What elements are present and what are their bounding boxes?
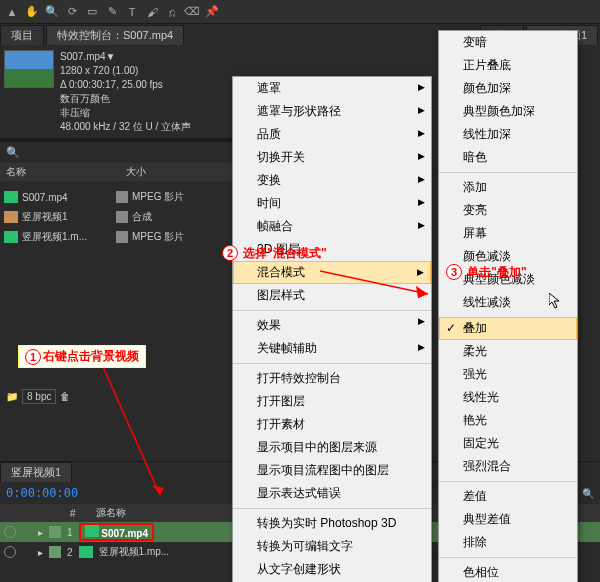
layer-num: 1 [67, 527, 73, 538]
media-icon [4, 191, 18, 203]
info-audio: 48.000 kHz / 32 位 U / 立体声 [60, 120, 191, 134]
submenu-item[interactable]: 强烈混合 [439, 455, 577, 478]
info-colors: 数百万颜色 [60, 92, 191, 106]
mouse-cursor-icon [549, 293, 565, 309]
media-icon [79, 546, 93, 558]
submenu-item[interactable]: 典型颜色加深 [439, 100, 577, 123]
media-icon [85, 525, 99, 537]
annotation-2-text: 选择"混合模式" [243, 246, 326, 260]
label-swatch [116, 191, 128, 203]
menu-item[interactable]: 时间 [233, 192, 431, 215]
submenu-item[interactable]: 柔光 [439, 340, 577, 363]
menu-item[interactable]: 关键帧辅助 [233, 337, 431, 360]
col-name: 名称 [0, 165, 120, 179]
context-menu: 遮罩遮罩与形状路径品质切换开关变换时间帧融合3D 图层混合模式图层样式效果关键帧… [232, 76, 432, 582]
stamp-tool-icon[interactable]: ⎌ [164, 4, 180, 20]
rect-tool-icon[interactable]: ▭ [84, 4, 100, 20]
annotation-2: 2 选择"混合模式" [222, 245, 327, 262]
submenu-item[interactable]: 艳光 [439, 409, 577, 432]
zoom-tool-icon[interactable]: 🔍 [44, 4, 60, 20]
bpc-label[interactable]: 8 bpc [22, 389, 56, 404]
label-swatch [116, 231, 128, 243]
submenu-item[interactable]: 添加 [439, 172, 577, 199]
submenu-item[interactable]: 排除 [439, 531, 577, 554]
expand-icon[interactable]: ▸ [38, 547, 43, 558]
annotation-1: 1 右键点击背景视频 [18, 345, 146, 368]
layer-num: 2 [67, 547, 73, 558]
timeline-tab[interactable]: 竖屏视频1 [0, 462, 72, 482]
text-tool-icon[interactable]: T [124, 4, 140, 20]
cursor-tool-icon[interactable]: ▲ [4, 4, 20, 20]
source-thumbnail [4, 50, 54, 88]
item-name: S007.mp4 [22, 192, 112, 203]
menu-item[interactable]: 打开素材 [233, 413, 431, 436]
menu-item[interactable]: 变换 [233, 169, 431, 192]
visibility-toggle-icon[interactable] [4, 546, 16, 558]
erase-tool-icon[interactable]: ⌫ [184, 4, 200, 20]
info-compression: 非压缩 [60, 106, 191, 120]
rotate-tool-icon[interactable]: ⟳ [64, 4, 80, 20]
submenu-item[interactable]: 固定光 [439, 432, 577, 455]
submenu-item[interactable]: 变暗 [439, 31, 577, 54]
menu-item[interactable]: 品质 [233, 123, 431, 146]
current-timecode[interactable]: 0:00:00:00 [6, 486, 78, 500]
submenu-item[interactable]: ✓叠加 [439, 317, 577, 340]
menu-item[interactable]: 显示项目中的图层来源 [233, 436, 431, 459]
annotation-3-text: 单击"叠加" [467, 265, 526, 279]
submenu-item[interactable]: 强光 [439, 363, 577, 386]
label-swatch [116, 211, 128, 223]
menu-item[interactable]: 切换开关 [233, 146, 431, 169]
main-toolbar: ▲ ✋ 🔍 ⟳ ▭ ✎ T 🖌 ⎌ ⌫ 📌 [0, 0, 600, 24]
submenu-item[interactable]: 正片叠底 [439, 54, 577, 77]
menu-item[interactable]: 转换为可编辑文字 [233, 535, 431, 558]
col-type: 大小 [120, 165, 152, 179]
menu-item[interactable]: 遮罩与形状路径 [233, 100, 431, 123]
submenu-item[interactable]: 典型差值 [439, 508, 577, 531]
submenu-item[interactable]: 变亮 [439, 199, 577, 222]
menu-item[interactable]: 遮罩 [233, 77, 431, 100]
paint-tool-icon[interactable]: 🖌 [144, 4, 160, 20]
menu-item[interactable]: 打开特效控制台 [233, 363, 431, 390]
layer-name-highlight: S007.mp4 [79, 523, 154, 541]
svg-marker-3 [416, 286, 428, 298]
expand-icon[interactable]: ▸ [38, 527, 43, 538]
puppet-tool-icon[interactable]: 📌 [204, 4, 220, 20]
menu-item[interactable]: 从文字创建形状 [233, 558, 431, 581]
menu-item[interactable]: 效果 [233, 310, 431, 337]
submenu-item[interactable]: 色相位 [439, 557, 577, 582]
svg-line-2 [320, 271, 428, 294]
submenu-item[interactable]: 差值 [439, 481, 577, 508]
layer-name: 竖屏视频1.mp... [99, 545, 170, 559]
timeline-search-icon[interactable]: 🔍 [582, 488, 594, 499]
tab-project[interactable]: 项目 [0, 25, 44, 45]
info-timecode: Δ 0:00:30:17, 25.00 fps [60, 78, 191, 92]
submenu-item[interactable]: 颜色加深 [439, 77, 577, 100]
item-type: 合成 [132, 210, 152, 224]
pen-tool-icon[interactable]: ✎ [104, 4, 120, 20]
annotation-1-num: 1 [25, 349, 41, 365]
submenu-item[interactable]: 暗色 [439, 146, 577, 169]
menu-item[interactable]: 转换为实时 Photoshop 3D [233, 508, 431, 535]
item-type: MPEG 影片 [132, 230, 184, 244]
item-name: 竖屏视频1 [22, 210, 112, 224]
submenu-item[interactable]: 屏幕 [439, 222, 577, 245]
label-swatch[interactable] [49, 526, 61, 538]
label-swatch[interactable] [49, 546, 61, 558]
menu-item[interactable]: 显示表达式错误 [233, 482, 431, 505]
info-dimensions: 1280 x 720 (1.00) [60, 64, 191, 78]
submenu-item[interactable]: 线性加深 [439, 123, 577, 146]
item-name: 竖屏视频1.m... [22, 230, 112, 244]
submenu-item[interactable]: 线性光 [439, 386, 577, 409]
menu-item[interactable]: 打开图层 [233, 390, 431, 413]
tab-effects-console[interactable]: 特效控制台：S007.mp4 [46, 25, 184, 45]
annotation-3: 3 单击"叠加" [446, 264, 527, 281]
trash-icon[interactable]: 🗑 [60, 391, 70, 402]
hand-tool-icon[interactable]: ✋ [24, 4, 40, 20]
menu-item[interactable]: 帧融合 [233, 215, 431, 238]
visibility-toggle-icon[interactable] [4, 526, 16, 538]
comp-icon [4, 211, 18, 223]
col-num: # [70, 508, 76, 519]
comp-btn-icon[interactable]: 📁 [6, 391, 18, 402]
menu-item[interactable]: 显示项目流程图中的图层 [233, 459, 431, 482]
source-info: S007.mp4▼ 1280 x 720 (1.00) Δ 0:00:30:17… [60, 50, 191, 134]
